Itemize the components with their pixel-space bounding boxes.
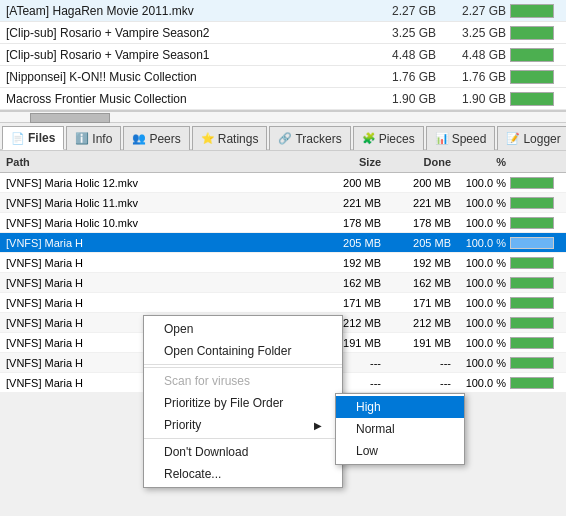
cm-label-dont-download: Don't Download: [164, 445, 248, 459]
tab-files[interactable]: 📄Files: [2, 126, 64, 150]
bf-bar-outer: [510, 337, 554, 349]
progress-bar-outer: [510, 48, 554, 62]
top-file-row[interactable]: [ATeam] HagaRen Movie 2011.mkv 2.27 GB 2…: [0, 0, 566, 22]
bf-pct: 100.0 %: [455, 197, 510, 209]
file-size2: 3.25 GB: [440, 26, 510, 40]
trackers-tab-label: Trackers: [295, 132, 341, 146]
progress-bar-inner: [511, 93, 553, 105]
cm-item-prioritize[interactable]: Prioritize by File Order: [144, 392, 342, 414]
bottom-file-row[interactable]: [VNFS] Maria H 162 MB 162 MB 100.0 %: [0, 273, 566, 293]
cm-item-relocate[interactable]: Relocate...: [144, 463, 342, 485]
bf-bar: [510, 297, 560, 309]
progress-bar-cell: [510, 4, 560, 18]
progress-bar-cell: [510, 70, 560, 84]
bf-bar-inner: [511, 278, 553, 288]
bf-bar: [510, 257, 560, 269]
file-size: 4.48 GB: [370, 48, 440, 62]
bf-done: 192 MB: [385, 257, 455, 269]
cm-label-open: Open: [164, 322, 193, 336]
bf-bar-inner: [511, 198, 553, 208]
col-header-size: Size: [315, 156, 385, 168]
cm-divider: [144, 364, 342, 365]
bottom-file-row[interactable]: [VNFS] Maria H 171 MB 171 MB 100.0 %: [0, 293, 566, 313]
bf-size: 192 MB: [315, 257, 385, 269]
bf-done: 212 MB: [385, 317, 455, 329]
cm-divider: [144, 438, 342, 439]
tab-speed[interactable]: 📊Speed: [426, 126, 496, 150]
bf-name: [VNFS] Maria Holic 11.mkv: [6, 197, 315, 209]
sm-item-low[interactable]: Low: [336, 440, 464, 462]
file-size: 1.76 GB: [370, 70, 440, 84]
bf-size: 171 MB: [315, 297, 385, 309]
bf-bar-inner: [511, 338, 553, 348]
bf-pct: 100.0 %: [455, 217, 510, 229]
sm-item-normal[interactable]: Normal: [336, 418, 464, 440]
top-file-row[interactable]: Macross Frontier Music Collection 1.90 G…: [0, 88, 566, 110]
top-file-row[interactable]: [Clip-sub] Rosario + Vampire Season1 4.4…: [0, 44, 566, 66]
file-name: [ATeam] HagaRen Movie 2011.mkv: [6, 4, 370, 18]
file-name: [Clip-sub] Rosario + Vampire Season1: [6, 48, 370, 62]
bottom-file-row[interactable]: [VNFS] Maria Holic 11.mkv 221 MB 221 MB …: [0, 193, 566, 213]
bf-bar: [510, 337, 560, 349]
bf-bar: [510, 197, 560, 209]
top-file-row[interactable]: [Nipponsei] K-ON!! Music Collection 1.76…: [0, 66, 566, 88]
bf-size: 162 MB: [315, 277, 385, 289]
bf-done: 162 MB: [385, 277, 455, 289]
bf-done: ---: [385, 357, 455, 369]
bottom-file-row[interactable]: [VNFS] Maria H 192 MB 192 MB 100.0 %: [0, 253, 566, 273]
top-file-list: [ATeam] HagaRen Movie 2011.mkv 2.27 GB 2…: [0, 0, 566, 111]
scrollbar-thumb[interactable]: [30, 113, 110, 123]
cm-item-open-folder[interactable]: Open Containing Folder: [144, 340, 342, 362]
bf-pct: 100.0 %: [455, 277, 510, 289]
tab-logger[interactable]: 📝Logger: [497, 126, 566, 150]
progress-bar-inner: [511, 5, 553, 17]
bottom-file-row[interactable]: [VNFS] Maria Holic 10.mkv 178 MB 178 MB …: [0, 213, 566, 233]
progress-bar-inner: [511, 71, 553, 83]
tab-trackers[interactable]: 🔗Trackers: [269, 126, 350, 150]
bf-bar-inner: [511, 298, 553, 308]
sm-label-low: Low: [356, 444, 378, 458]
bf-done: 191 MB: [385, 337, 455, 349]
progress-bar-inner: [511, 49, 553, 61]
bottom-file-row[interactable]: [VNFS] Maria H 205 MB 205 MB 100.0 %: [0, 233, 566, 253]
bf-done: 205 MB: [385, 237, 455, 249]
speed-tab-label: Speed: [452, 132, 487, 146]
column-headers: Path Size Done %: [0, 151, 566, 173]
bf-pct: 100.0 %: [455, 337, 510, 349]
bf-bar: [510, 237, 560, 249]
tab-ratings[interactable]: ⭐Ratings: [192, 126, 268, 150]
bf-bar: [510, 357, 560, 369]
file-size: 1.90 GB: [370, 92, 440, 106]
bf-bar-inner: [511, 258, 553, 268]
file-size2: 4.48 GB: [440, 48, 510, 62]
pieces-tab-icon: 🧩: [362, 132, 376, 145]
bf-bar-outer: [510, 237, 554, 249]
cm-item-dont-download[interactable]: Don't Download: [144, 441, 342, 463]
bottom-file-row[interactable]: [VNFS] Maria Holic 12.mkv 200 MB 200 MB …: [0, 173, 566, 193]
bf-pct: 100.0 %: [455, 297, 510, 309]
tab-info[interactable]: ℹ️Info: [66, 126, 121, 150]
context-menu: OpenOpen Containing FolderScan for virus…: [143, 315, 343, 488]
bf-name: [VNFS] Maria H: [6, 297, 315, 309]
bf-size: 178 MB: [315, 217, 385, 229]
bf-bar-outer: [510, 257, 554, 269]
cm-item-open[interactable]: Open: [144, 318, 342, 340]
tab-peers[interactable]: 👥Peers: [123, 126, 189, 150]
bf-bar-outer: [510, 217, 554, 229]
file-size2: 2.27 GB: [440, 4, 510, 18]
bf-pct: 100.0 %: [455, 357, 510, 369]
bf-bar-inner: [511, 378, 553, 388]
bf-done: ---: [385, 377, 455, 389]
bf-name: [VNFS] Maria Holic 10.mkv: [6, 217, 315, 229]
bf-pct: 100.0 %: [455, 237, 510, 249]
sm-item-high[interactable]: High: [336, 396, 464, 418]
top-file-row[interactable]: [Clip-sub] Rosario + Vampire Season2 3.2…: [0, 22, 566, 44]
file-size: 3.25 GB: [370, 26, 440, 40]
cm-item-priority[interactable]: Priority▶: [144, 414, 342, 436]
bf-pct: 100.0 %: [455, 317, 510, 329]
cm-label-prioritize: Prioritize by File Order: [164, 396, 283, 410]
tab-pieces[interactable]: 🧩Pieces: [353, 126, 424, 150]
bf-bar-inner: [511, 358, 553, 368]
cm-item-scan-virus: Scan for viruses: [144, 370, 342, 392]
horizontal-scrollbar[interactable]: [0, 111, 566, 123]
